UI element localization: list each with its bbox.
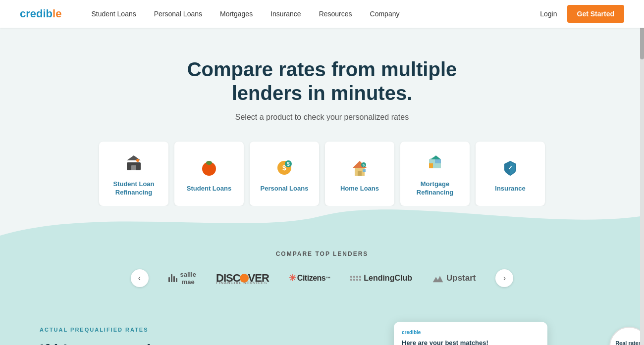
bottom-headline: If it's not a real rate, it's not Credib… <box>40 341 307 345</box>
carousel-prev-button[interactable]: ‹ <box>131 269 149 287</box>
bottom-section: ACTUAL PREQUALIFIED RATES If it's not a … <box>0 307 644 345</box>
nav-company[interactable]: Company <box>370 10 400 18</box>
bottom-left: ACTUAL PREQUALIFIED RATES If it's not a … <box>40 322 307 345</box>
hero-headline: Compare rates from multiple lenders in m… <box>173 57 471 105</box>
product-card-home-loans[interactable]: $ Home Loans <box>325 142 394 206</box>
svg-rect-13 <box>358 171 362 176</box>
hero-content: Compare rates from multiple lenders in m… <box>0 28 644 206</box>
navbar: credible Student Loans Personal Loans Mo… <box>0 0 644 28</box>
svg-text:$: $ <box>287 161 290 167</box>
logo[interactable]: credible <box>20 7 61 20</box>
mortgage-refi-icon <box>424 152 446 174</box>
product-card-student-loans[interactable]: Student Loans <box>174 142 244 206</box>
svg-text:$: $ <box>363 163 365 167</box>
product-card-personal-loans[interactable]: $ $ Personal Loans <box>250 142 319 206</box>
home-loans-label: Home Loans <box>340 185 379 193</box>
mortgage-refi-label: Mortgage Refinancing <box>405 180 465 197</box>
student-loan-refi-icon <box>123 152 145 174</box>
mock-ui-card: credible Here are your best matches! Bes… <box>394 322 547 345</box>
insurance-label: Insurance <box>495 185 525 193</box>
bottom-right: credible Here are your best matches! Bes… <box>337 322 604 345</box>
hero-section: Compare rates from multiple lenders in m… <box>0 28 644 206</box>
nav-links: Student Loans Personal Loans Mortgages I… <box>91 10 540 18</box>
carousel-next-button[interactable]: › <box>495 269 513 287</box>
sallie-mae-logo: salliemae <box>168 271 197 286</box>
login-link[interactable]: Login <box>540 10 557 18</box>
student-loan-refi-label: Student Loan Refinancing <box>104 180 163 197</box>
product-card-mortgage-refi[interactable]: Mortgage Refinancing <box>400 142 470 206</box>
wave-container <box>0 206 644 236</box>
nav-student-loans[interactable]: Student Loans <box>91 10 136 18</box>
svg-rect-14 <box>363 169 366 172</box>
svg-rect-21 <box>435 159 441 163</box>
mock-card-title: Here are your best matches! <box>402 339 539 345</box>
product-card-insurance[interactable]: ✓ Insurance <box>476 142 545 206</box>
insurance-icon: ✓ <box>499 157 521 179</box>
mock-card-logo: credible <box>402 330 539 335</box>
home-loans-icon: $ <box>349 157 371 179</box>
svg-point-3 <box>136 159 139 162</box>
svg-text:✓: ✓ <box>508 164 513 171</box>
lending-club-logo: LendingClub <box>350 274 412 283</box>
nav-mortgages[interactable]: Mortgages <box>220 10 253 18</box>
nav-resources[interactable]: Resources <box>319 10 352 18</box>
svg-rect-20 <box>429 163 433 168</box>
citizens-logo: ✳ Citizens ™ <box>289 273 330 284</box>
speech-bubble: Real rates, no bull! <box>609 327 644 345</box>
personal-loans-label: Personal Loans <box>261 185 309 193</box>
lenders-title: COMPARE TOP LENDERS <box>20 250 624 257</box>
lenders-row: ‹ salliemae DISC VER FINANCIAL SERVICES … <box>20 269 624 287</box>
svg-marker-19 <box>429 156 441 159</box>
svg-rect-2 <box>131 165 136 170</box>
student-loans-icon <box>198 157 220 179</box>
upstart-logo: Upstart <box>432 273 476 283</box>
student-loans-label: Student Loans <box>187 185 231 193</box>
get-started-button[interactable]: Get Started <box>567 5 624 23</box>
product-card-student-loan-refi[interactable]: Student Loan Refinancing <box>99 142 168 206</box>
wave-svg <box>0 206 644 236</box>
nav-insurance[interactable]: Insurance <box>270 10 301 18</box>
product-cards: Student Loan Refinancing Student Loans <box>10 142 634 206</box>
nav-actions: Login Get Started <box>540 5 624 23</box>
personal-loans-icon: $ $ <box>273 157 295 179</box>
discover-logo: DISC VER FINANCIAL SERVICES <box>216 272 269 285</box>
hero-subheading: Select a product to check your personali… <box>10 113 634 122</box>
scrollbar[interactable] <box>640 0 644 345</box>
eyebrow-label: ACTUAL PREQUALIFIED RATES <box>40 327 307 333</box>
nav-personal-loans[interactable]: Personal Loans <box>154 10 202 18</box>
logo-text: credible <box>20 7 61 20</box>
lenders-section: COMPARE TOP LENDERS ‹ salliemae DISC VER… <box>0 236 644 307</box>
